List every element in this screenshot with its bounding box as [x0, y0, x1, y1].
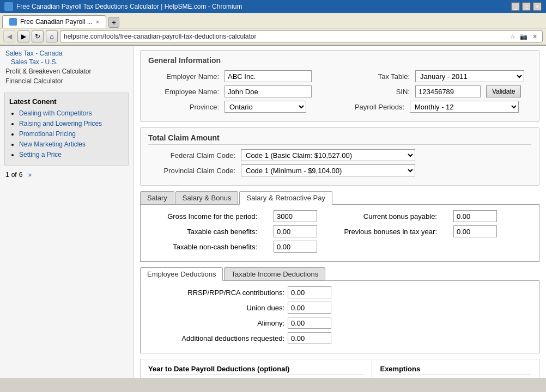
latest-item-2[interactable]: Promotional Pricing	[19, 130, 124, 138]
tools-icon[interactable]: ✕	[530, 32, 539, 41]
latest-item-4[interactable]: Setting a Price	[19, 150, 124, 159]
taxable-cash-input[interactable]	[274, 225, 317, 237]
alimony-input[interactable]	[288, 317, 331, 329]
provincial-claim-label: Provincial Claim Code:	[148, 167, 235, 175]
new-tab-button[interactable]: +	[108, 17, 119, 28]
title-bar: Free Canadian Payroll Tax Deductions Cal…	[0, 0, 546, 13]
employer-input[interactable]	[225, 70, 312, 82]
active-tab[interactable]: Free Canadian Payroll ... ×	[2, 15, 106, 28]
tab-salary[interactable]: Salary	[140, 191, 174, 204]
main-content: General Information Employer Name: Tax T…	[134, 46, 546, 378]
federal-claim-select[interactable]: Code 1 (Basic Claim: $10,527.00)	[241, 149, 415, 161]
previous-bonus-label: Previous bonuses in tax year:	[328, 228, 437, 236]
employer-label: Employer Name:	[148, 72, 219, 81]
sin-label: SIN:	[339, 88, 410, 96]
payroll-periods-select[interactable]: Monthly - 12	[410, 101, 519, 113]
pay-type-tabs: Salary Salary & Bonus Salary & Retroacti…	[140, 191, 539, 262]
exemptions-title: Exemptions	[380, 365, 531, 375]
previous-bonus-input[interactable]	[453, 225, 497, 237]
employee-row: Employee Name: SIN: Validate	[148, 85, 531, 97]
tab-favicon	[9, 18, 17, 26]
pagination-total: 6	[19, 171, 23, 179]
tax-table-label: Tax Table:	[339, 72, 410, 81]
rrsp-row: RRSP/RPP/RCA contributions:	[148, 286, 531, 298]
employee-group: Employee Name:	[148, 85, 312, 97]
forward-button[interactable]: ▶	[17, 30, 29, 42]
employer-row: Employer Name: Tax Table: January - 2011	[148, 70, 531, 82]
tab-bar: Free Canadian Payroll ... × +	[0, 13, 546, 28]
general-info-section: General Information Employer Name: Tax T…	[140, 50, 539, 122]
province-label: Province:	[148, 103, 219, 111]
screenshot-icon[interactable]: 📷	[519, 32, 528, 41]
tab-close-button[interactable]: ×	[96, 19, 99, 25]
browser-icon	[4, 2, 13, 11]
additional-deductions-input[interactable]	[288, 332, 331, 344]
salary-right: Current bonus payable: Previous bonuses …	[328, 210, 497, 256]
federal-claim-label: Federal Claim Code:	[148, 151, 235, 160]
salary-inputs: Gross Income for the period: Taxable cas…	[148, 210, 531, 256]
tax-table-group: Tax Table: January - 2011	[339, 70, 524, 82]
sidebar-item-sales-tax-us[interactable]: Sales Tax - U.S.	[5, 58, 128, 66]
current-bonus-input[interactable]	[453, 210, 497, 222]
additional-deductions-label: Additional deductions requested:	[148, 334, 284, 342]
sidebar-links: Sales Tax - Canada Sales Tax - U.S. Prof…	[0, 46, 133, 89]
validate-button[interactable]: Validate	[486, 85, 521, 97]
sin-group: SIN: Validate	[339, 85, 521, 97]
employee-input[interactable]	[225, 85, 312, 97]
tab-taxable-income-deductions[interactable]: Taxable Income Deductions	[224, 267, 325, 280]
provincial-claim-select[interactable]: Code 1 (Minimum - $9,104.00)	[241, 164, 415, 176]
gross-income-row: Gross Income for the period:	[148, 210, 317, 222]
sidebar-item-sales-tax-canada[interactable]: Sales Tax - Canada	[5, 49, 128, 58]
rrsp-input[interactable]	[288, 286, 331, 298]
payroll-periods-group: Payroll Periods: Monthly - 12	[333, 101, 519, 113]
taxable-cash-row: Taxable cash benefits:	[148, 225, 317, 237]
tab-employee-deductions[interactable]: Employee Deductions	[140, 267, 223, 281]
province-group: Province: Ontario	[148, 101, 306, 113]
salary-left: Gross Income for the period: Taxable cas…	[148, 210, 317, 256]
tab-salary-bonus[interactable]: Salary & Bonus	[175, 191, 239, 204]
current-bonus-label: Current bonus payable:	[328, 212, 437, 220]
maximize-button[interactable]: □	[522, 2, 531, 11]
federal-claim-row: Federal Claim Code: Code 1 (Basic Claim:…	[148, 149, 531, 161]
pagination-next[interactable]: »	[28, 171, 32, 179]
reload-button[interactable]: ↻	[32, 30, 44, 42]
tab-salary-retroactive[interactable]: Salary & Retroactive Pay	[239, 191, 332, 205]
payroll-periods-label: Payroll Periods:	[333, 103, 404, 111]
alimony-label: Alimony:	[148, 319, 284, 327]
sidebar: Sales Tax - Canada Sales Tax - U.S. Prof…	[0, 46, 134, 378]
deduction-tabs-row: Employee Deductions Taxable Income Deduc…	[140, 267, 539, 281]
provincial-claim-group: Provincial Claim Code: Code 1 (Minimum -…	[148, 164, 415, 176]
employer-group: Employer Name:	[148, 70, 312, 82]
general-info-title: General Information	[148, 56, 531, 65]
window-title: Free Canadian Payroll Tax Deductions Cal…	[16, 3, 242, 10]
bookmark-icon[interactable]: ☆	[508, 32, 517, 41]
home-button[interactable]: ⌂	[46, 30, 58, 42]
sin-input[interactable]	[415, 85, 481, 97]
rrsp-label: RRSP/RPP/RCA contributions:	[148, 289, 284, 297]
close-button[interactable]: ×	[533, 2, 542, 11]
tax-table-select[interactable]: January - 2011	[415, 70, 524, 82]
latest-content-box: Latest Conent Dealing with Competitors R…	[4, 93, 129, 166]
sidebar-item-profit: Profit & Breakeven Calculator	[5, 66, 128, 76]
latest-item-3[interactable]: New Marketing Articles	[19, 140, 124, 149]
taxable-noncash-label: Taxable non-cash benefits:	[148, 243, 257, 251]
latest-item-1[interactable]: Raising and Lowering Prices	[19, 119, 124, 128]
ytd-section: Year to Date Payroll Deductions (optiona…	[141, 359, 372, 378]
province-row: Province: Ontario Payroll Periods: Month…	[148, 101, 531, 113]
taxable-noncash-input[interactable]	[274, 241, 317, 253]
pay-tabs-row: Salary Salary & Bonus Salary & Retroacti…	[140, 191, 539, 205]
gross-income-label: Gross Income for the period:	[148, 212, 257, 220]
gross-income-input[interactable]	[274, 210, 317, 222]
previous-bonus-row: Previous bonuses in tax year:	[328, 225, 497, 237]
pagination: 1 of 6 »	[0, 169, 133, 181]
minimize-button[interactable]: _	[511, 2, 520, 11]
address-text: helpsme.com/tools/free-canadian-payroll-…	[64, 33, 508, 40]
latest-item-0[interactable]: Dealing with Competitors	[19, 109, 124, 118]
back-button[interactable]: ◀	[3, 30, 15, 42]
taxable-cash-label: Taxable cash benefits:	[148, 228, 257, 236]
window-controls: _ □ ×	[511, 2, 542, 11]
province-select[interactable]: Ontario	[225, 101, 306, 113]
ytd-exemptions-section: Year to Date Payroll Deductions (optiona…	[140, 359, 539, 378]
union-dues-input[interactable]	[288, 302, 331, 314]
address-bar: helpsme.com/tools/free-canadian-payroll-…	[60, 30, 543, 42]
